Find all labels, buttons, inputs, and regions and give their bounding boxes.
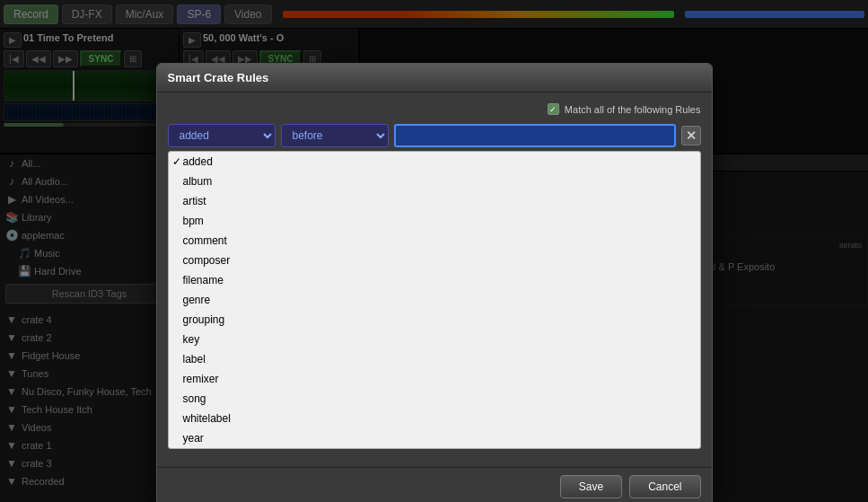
dropdown-item-grouping[interactable]: grouping	[169, 310, 700, 330]
dropdown-item-key[interactable]: key	[169, 330, 700, 349]
cancel-button[interactable]: Cancel	[629, 475, 700, 498]
dropdown-item-added[interactable]: added	[169, 152, 700, 172]
rule-field-select[interactable]: added	[168, 124, 276, 147]
rule-date-input[interactable]: 25/09/2012	[394, 124, 676, 147]
rule-row: added before 25/09/2012 ✕	[168, 124, 701, 147]
dropdown-item-album[interactable]: album	[169, 172, 700, 191]
dropdown-item-comment[interactable]: comment	[169, 231, 700, 251]
match-checkbox[interactable]: ✓	[548, 103, 559, 115]
dropdown-item-remixer[interactable]: remixer	[169, 369, 700, 389]
dropdown-item-genre[interactable]: genre	[169, 290, 700, 310]
match-all-row: ✓ Match all of the following Rules	[168, 103, 701, 115]
rule-condition-select[interactable]: before	[281, 124, 389, 147]
dropdown-item-bpm[interactable]: bpm	[169, 211, 700, 231]
dropdown-item-artist[interactable]: artist	[169, 191, 700, 211]
smart-crate-modal: Smart Crate Rules ✓ Match all of the fol…	[156, 63, 713, 502]
modal-body: ✓ Match all of the following Rules added…	[157, 92, 712, 467]
dropdown-item-year[interactable]: year	[169, 428, 700, 448]
dropdown-item-filename[interactable]: filename	[169, 270, 700, 290]
rule-remove-button[interactable]: ✕	[681, 126, 701, 145]
dropdown-item-whitelabel[interactable]: whitelabel	[169, 409, 700, 428]
modal-footer: Save Cancel	[157, 467, 712, 502]
dropdown-item-composer[interactable]: composer	[169, 251, 700, 270]
save-button[interactable]: Save	[560, 475, 622, 498]
modal-title: Smart Crate Rules	[157, 64, 712, 92]
dropdown-item-label[interactable]: label	[169, 349, 700, 369]
dropdown-list: added album artist bpm comment composer …	[168, 151, 701, 449]
match-label: Match all of the following Rules	[565, 104, 701, 115]
modal-overlay: Smart Crate Rules ✓ Match all of the fol…	[0, 0, 868, 502]
dropdown-item-song[interactable]: song	[169, 389, 700, 409]
